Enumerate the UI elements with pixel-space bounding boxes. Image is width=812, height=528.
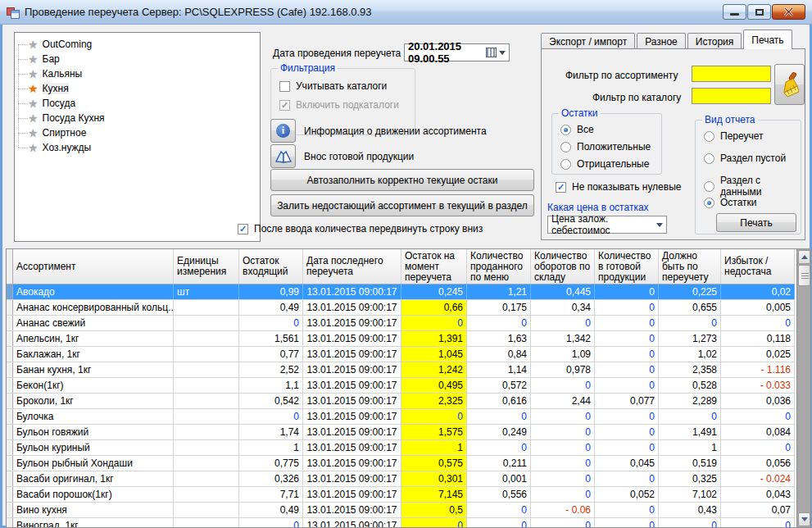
radio-раздел-пустой[interactable]: Раздел пустой [704, 152, 786, 164]
table-cell[interactable]: 0,245 [401, 284, 467, 299]
table-cell[interactable]: 0 [467, 409, 531, 424]
table-cell[interactable]: 0 [595, 409, 659, 424]
table-cell[interactable]: 2,44 [531, 394, 595, 408]
table-cell[interactable]: 0 [659, 409, 721, 424]
table-cell[interactable]: Банан кухня, 1кг [13, 362, 174, 377]
grid-vertical-scrollbar[interactable] [796, 249, 810, 527]
table-cell[interactable]: 0 [659, 316, 721, 330]
column-header[interactable]: Должно быть по переучету [659, 249, 721, 284]
table-cell[interactable]: 0,056 [721, 456, 795, 471]
scroll-up-button[interactable] [798, 250, 810, 264]
table-cell[interactable]: Баклажан, 1кг [13, 347, 174, 362]
column-header[interactable]: Количество оборотов по складу [531, 249, 595, 284]
table-row[interactable]: Вино кухня0,4913.01.2015 09:00:170,50- 0… [7, 503, 795, 518]
table-cell[interactable]: 1,273 [659, 331, 721, 346]
table-row[interactable]: Ананас консервированный кольц...0,4913.0… [7, 300, 795, 316]
table-cell[interactable]: 1,74 [239, 425, 303, 439]
table-cell[interactable]: 0,775 [239, 456, 303, 471]
radio-переучет[interactable]: Переучет [704, 130, 764, 142]
table-cell[interactable]: 0 [531, 471, 595, 486]
table-cell[interactable]: Васаби оригинал, 1кг [13, 471, 174, 486]
table-cell[interactable]: 0 [595, 440, 659, 455]
table-cell[interactable]: 7,71 [239, 487, 303, 502]
table-cell[interactable]: 0,978 [531, 362, 595, 377]
table-cell[interactable]: 1,02 [659, 347, 721, 362]
table-cell[interactable]: 1,391 [401, 331, 467, 346]
table-cell[interactable]: 13.01.2015 09:00:17 [303, 409, 401, 424]
table-cell[interactable]: 1,491 [659, 425, 721, 439]
tree-item-кухня[interactable]: ★Кухня [16, 81, 258, 96]
column-header[interactable]: Количество в готовой продукции [595, 249, 659, 284]
assortment-grid[interactable]: АссортиментЕдиницы измеренияОстаток вход… [6, 248, 811, 528]
table-cell[interactable]: 2,52 [239, 362, 303, 377]
table-cell[interactable]: 0 [531, 409, 595, 424]
table-cell[interactable]: 0 [467, 316, 531, 330]
tab-экспорт-импорт[interactable]: Экспорт / импорт [541, 33, 635, 49]
table-row[interactable]: Авокадошт0,9913.01.2015 09:00:170,2451,2… [7, 284, 795, 300]
table-cell[interactable]: 0,301 [401, 471, 467, 486]
row-header[interactable] [7, 316, 13, 330]
table-cell[interactable] [174, 316, 239, 330]
table-cell[interactable]: 0,5 [401, 503, 467, 517]
table-cell[interactable]: 13.01.2015 09:00:17 [303, 316, 401, 330]
tab-печать[interactable]: Печать [743, 30, 792, 49]
radio-раздел-с-данными[interactable]: Раздел с данными [704, 175, 801, 198]
table-row[interactable]: Бульон куриный113.01.2015 09:00:17100010 [7, 440, 795, 456]
hide-zero-checkbox[interactable]: Не показывать нулевые [556, 181, 681, 193]
table-cell[interactable]: 0 [531, 456, 595, 471]
row-header[interactable] [7, 347, 13, 362]
table-cell[interactable]: 0 [239, 409, 303, 424]
table-row[interactable]: Виноград, 1кг013.01.2015 09:00:17000000 [7, 518, 795, 528]
row-header[interactable] [7, 456, 13, 471]
table-cell[interactable]: - 1.116 [721, 362, 795, 377]
row-header[interactable] [7, 394, 13, 408]
table-cell[interactable] [174, 503, 239, 517]
clear-filters-button[interactable] [774, 64, 805, 105]
table-cell[interactable]: - 0.033 [721, 378, 795, 393]
tree-item-посуда[interactable]: ★Посуда [16, 96, 258, 111]
table-cell[interactable]: 0 [595, 284, 659, 299]
column-header[interactable]: Избыток / недостача [721, 249, 795, 284]
table-cell[interactable]: 0,225 [659, 284, 721, 299]
table-cell[interactable]: 0,34 [531, 300, 595, 315]
table-row[interactable]: Бульон рыбный Хондаши0,77513.01.2015 09:… [7, 456, 795, 471]
table-cell[interactable]: 0 [531, 378, 595, 393]
minimize-button[interactable] [723, 4, 746, 20]
table-cell[interactable]: 0,084 [721, 425, 795, 439]
scrollbar-thumb[interactable] [798, 265, 810, 286]
row-header[interactable] [7, 409, 13, 424]
table-cell[interactable]: Васаби порошок(1кг) [13, 487, 174, 502]
table-cell[interactable]: 1,342 [531, 331, 595, 346]
table-cell[interactable]: 0,052 [595, 487, 659, 502]
table-cell[interactable]: 0 [239, 518, 303, 528]
table-cell[interactable]: 0 [467, 518, 531, 528]
table-cell[interactable]: 0,519 [659, 456, 721, 471]
table-cell[interactable]: 0,542 [239, 394, 303, 408]
radio-положительные[interactable]: Положительные [560, 141, 651, 152]
table-cell[interactable]: 0,49 [239, 300, 303, 315]
table-cell[interactable]: 0,572 [467, 378, 531, 393]
category-tree[interactable]: ★OutComing★Бар★Кальяны★Кухня★Посуда★Посу… [14, 32, 261, 242]
table-cell[interactable]: 0 [531, 518, 595, 528]
table-cell[interactable]: 2,358 [659, 362, 721, 377]
table-cell[interactable]: 1,1 [239, 378, 303, 393]
row-header[interactable] [7, 378, 13, 393]
table-row[interactable]: Баклажан, 1кг0,7713.01.2015 09:00:171,04… [7, 347, 795, 362]
table-cell[interactable]: 7,145 [401, 487, 467, 502]
radio-отрицательные[interactable]: Отрицательные [560, 158, 649, 170]
column-header[interactable]: Ассортимент [13, 249, 174, 284]
table-cell[interactable]: 0,036 [721, 394, 795, 408]
table-cell[interactable]: 1,561 [239, 331, 303, 346]
table-cell[interactable]: 0,001 [467, 471, 531, 486]
row-header[interactable] [7, 487, 13, 502]
table-cell[interactable] [174, 378, 239, 393]
table-cell[interactable]: 0 [721, 409, 795, 424]
tab-разное[interactable]: Разное [637, 33, 686, 49]
table-cell[interactable]: 13.01.2015 09:00:17 [303, 331, 401, 346]
row-header[interactable] [7, 518, 13, 528]
table-cell[interactable]: 1,242 [401, 362, 467, 377]
table-cell[interactable] [174, 394, 239, 408]
assortment-info-button[interactable]: i [270, 119, 296, 143]
row-header[interactable] [7, 284, 13, 299]
table-cell[interactable]: Бульон говяжий [13, 425, 174, 439]
